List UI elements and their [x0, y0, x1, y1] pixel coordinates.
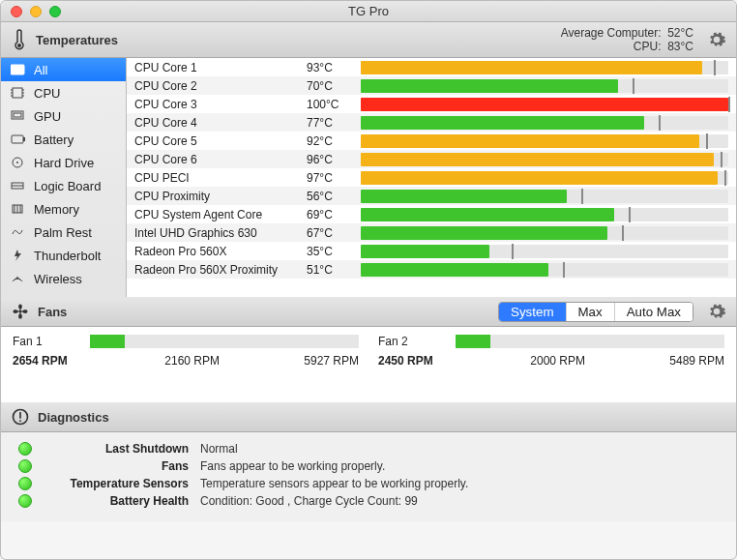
sensor-list[interactable]: CPU Core 193°CCPU Core 270°CCPU Core 310…	[127, 58, 736, 297]
sidebar-item-palm-rest[interactable]: Palm Rest	[1, 221, 126, 244]
sensor-bar	[361, 190, 728, 203]
fan-rpm-current: 2450 RPM	[378, 354, 446, 368]
sensor-row: CPU Core 477°C	[127, 113, 736, 132]
sidebar-item-memory[interactable]: Memory	[1, 197, 126, 221]
minimize-button[interactable]	[30, 6, 42, 17]
fan-rpm-min: 2160 RPM	[164, 354, 220, 368]
diagnostics-body: Last ShutdownNormalFansFans appear to be…	[1, 432, 736, 521]
sensor-value: 67°C	[307, 226, 355, 240]
diagnostic-value: Condition: Good , Charge Cycle Count: 99	[200, 494, 418, 508]
sensor-value: 100°C	[307, 98, 355, 111]
fans-body: Fan 12654 RPM2160 RPM5927 RPMFan 22450 R…	[1, 327, 736, 402]
svg-rect-12	[23, 137, 25, 141]
sensor-row: CPU Core 3100°C	[127, 95, 736, 113]
sidebar-item-label: CPU	[34, 86, 60, 101]
svg-rect-24	[19, 420, 21, 422]
palm-rest-icon	[11, 225, 26, 239]
sidebar-item-gpu[interactable]: GPU	[1, 104, 126, 128]
diagnostic-label: Battery Health	[44, 494, 189, 508]
gear-icon[interactable]	[707, 302, 726, 321]
sidebar-item-cpu[interactable]: CPU	[1, 81, 126, 104]
window-title: TG Pro	[1, 4, 736, 18]
sensor-row: Radeon Pro 560X35°C	[127, 242, 736, 260]
sensor-row: CPU System Agent Core69°C	[127, 205, 736, 223]
diagnostic-label: Fans	[44, 459, 189, 473]
sidebar-item-label: Memory	[34, 202, 79, 217]
sensor-row: CPU Core 270°C	[127, 76, 736, 95]
sensor-row: CPU Core 696°C	[127, 150, 736, 168]
seg-system[interactable]: System	[499, 303, 565, 321]
sensor-value: 96°C	[307, 153, 355, 166]
fan-name: Fan 1	[13, 335, 80, 348]
sensor-value: 35°C	[307, 245, 355, 258]
sidebar-item-hard-drive[interactable]: Hard Drive	[1, 151, 126, 174]
sensor-name: Intel UHD Graphics 630	[127, 226, 307, 240]
sidebar-item-battery[interactable]: Battery	[1, 128, 126, 151]
svg-rect-10	[14, 113, 21, 117]
diagnostic-row: Temperature SensorsTemperature sensors a…	[18, 475, 719, 492]
fan-mode-segmented[interactable]: System Max Auto Max	[498, 302, 693, 322]
maximize-button[interactable]	[49, 6, 61, 17]
sensor-row: Radeon Pro 560X Proximity51°C	[127, 260, 736, 279]
sensor-row: CPU Core 193°C	[127, 58, 736, 76]
diagnostic-label: Temperature Sensors	[44, 477, 189, 490]
sidebar-item-logic-board[interactable]: Logic Board	[1, 174, 126, 197]
sidebar-item-label: Logic Board	[34, 179, 101, 193]
sensor-value: 93°C	[307, 61, 355, 74]
temperatures-title: Temperatures	[36, 33, 118, 47]
sidebar: AllCPUGPUBatteryHard DriveLogic BoardMem…	[1, 58, 127, 297]
sensor-value: 97°C	[307, 171, 355, 185]
titlebar: TG Pro	[1, 1, 736, 22]
sensor-name: CPU Core 2	[127, 79, 307, 93]
sensor-value: 77°C	[307, 116, 355, 130]
diagnostic-value: Fans appear to be working properly.	[200, 459, 385, 473]
sensor-name: Radeon Pro 560X	[127, 245, 307, 258]
seg-automax[interactable]: Auto Max	[614, 303, 693, 321]
diagnostics-header: Diagnostics	[1, 402, 736, 432]
sensor-bar	[361, 116, 728, 130]
sensor-bar	[361, 153, 728, 166]
fans-title: Fans	[38, 305, 67, 319]
sensor-bar	[361, 61, 728, 74]
fan-block: Fan 22450 RPM2000 RPM5489 RPM	[378, 335, 724, 385]
gpu-icon	[11, 109, 26, 123]
cpu-icon	[11, 86, 26, 100]
logic-board-icon	[11, 179, 26, 192]
seg-max[interactable]: Max	[566, 303, 614, 321]
sidebar-item-label: Wireless	[34, 272, 82, 286]
avg-readout: Average Computer: 52°C CPU: 83°C	[561, 26, 693, 53]
svg-rect-1	[11, 65, 24, 74]
alert-circle-icon	[11, 407, 30, 427]
fan-bar	[90, 335, 359, 348]
sensor-row: CPU Proximity56°C	[127, 187, 736, 205]
avg-cpu-value: 83°C	[667, 40, 693, 53]
sidebar-item-wireless[interactable]: Wireless	[1, 267, 126, 290]
sensor-value: 56°C	[307, 190, 355, 203]
svg-rect-2	[13, 88, 22, 98]
sensor-row: CPU PECI97°C	[127, 168, 736, 187]
sensor-name: CPU Core 3	[127, 98, 307, 111]
wireless-icon	[11, 272, 26, 285]
fan-rpm-max: 5489 RPM	[669, 354, 724, 368]
sensor-value: 92°C	[307, 134, 355, 148]
sensor-bar	[361, 245, 728, 258]
sidebar-item-all[interactable]: All	[1, 58, 126, 81]
sidebar-item-thunderbolt[interactable]: Thunderbolt	[1, 244, 126, 267]
sensor-name: CPU Core 6	[127, 153, 307, 166]
sensor-bar	[361, 226, 728, 240]
svg-point-14	[16, 162, 18, 163]
gear-icon[interactable]	[707, 30, 726, 49]
fan-icon	[11, 302, 30, 321]
close-button[interactable]	[11, 6, 22, 17]
status-dot-icon	[18, 494, 32, 508]
sidebar-item-label: Palm Rest	[34, 225, 92, 240]
diagnostic-row: FansFans appear to be working properly.	[18, 457, 719, 475]
sensor-bar	[361, 98, 728, 111]
battery-icon	[11, 133, 26, 146]
sensor-value: 51°C	[307, 263, 355, 277]
fan-block: Fan 12654 RPM2160 RPM5927 RPM	[13, 335, 359, 385]
sensor-name: CPU PECI	[127, 171, 307, 185]
sidebar-item-label: All	[34, 63, 47, 77]
svg-point-21	[18, 309, 21, 312]
fan-name: Fan 2	[378, 335, 446, 348]
